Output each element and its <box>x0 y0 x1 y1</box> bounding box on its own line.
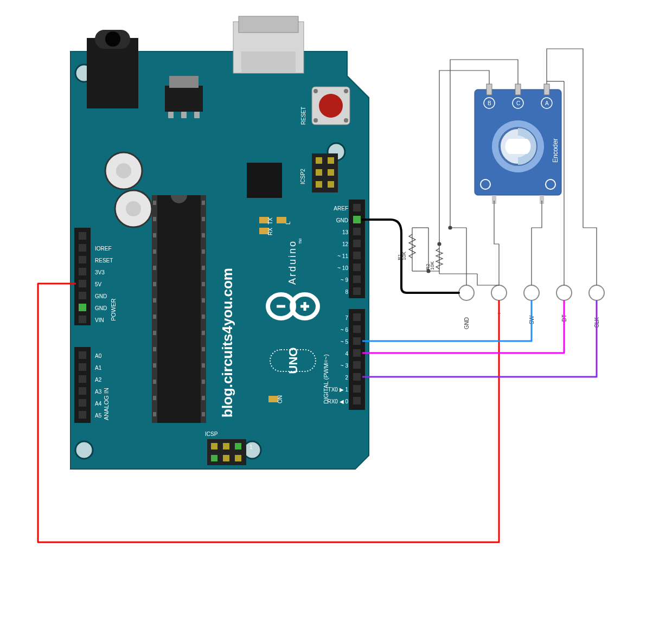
svg-rect-42 <box>202 298 205 303</box>
pad-gnd: GND <box>464 317 470 329</box>
svg-rect-29 <box>153 314 156 319</box>
digital-header-upper <box>349 200 365 298</box>
pin-d13[interactable] <box>353 228 361 235</box>
svg-rect-37 <box>202 217 205 221</box>
svg-point-16 <box>116 163 131 178</box>
pin-a5[interactable] <box>79 411 86 419</box>
svg-point-104 <box>556 285 572 300</box>
pin-d4[interactable] <box>353 349 361 357</box>
svg-rect-33 <box>153 380 156 384</box>
icsp-header <box>207 439 246 465</box>
label-a5: A5 <box>95 413 102 419</box>
reset-button[interactable] <box>312 87 350 125</box>
svg-rect-13 <box>181 112 187 118</box>
pin-gnd2[interactable] <box>79 304 86 311</box>
svg-rect-28 <box>153 298 156 303</box>
pin-d3[interactable] <box>353 361 361 369</box>
pin-3v3[interactable] <box>79 268 86 275</box>
label-d7: 7 <box>345 315 348 321</box>
analog-section-label: ANALOG IN <box>103 388 110 420</box>
svg-rect-6 <box>241 52 296 73</box>
encoder-title: Encoder <box>552 138 559 163</box>
pin-d10[interactable] <box>353 264 361 271</box>
svg-rect-91 <box>515 84 521 95</box>
svg-rect-26 <box>153 266 156 270</box>
pin-power-blank[interactable] <box>79 232 86 240</box>
label-d1: TX0 ▶ 1 <box>328 387 349 393</box>
label-d10: ~ 10 <box>337 265 348 271</box>
svg-rect-24 <box>153 233 156 237</box>
wire-dt <box>362 300 564 353</box>
svg-rect-44 <box>202 331 205 335</box>
pin-d1[interactable] <box>353 385 361 393</box>
label-d12: 12 <box>342 241 349 247</box>
svg-rect-41 <box>202 282 205 286</box>
svg-rect-39 <box>202 249 205 254</box>
svg-rect-78 <box>211 455 217 461</box>
svg-rect-34 <box>153 396 156 400</box>
label-aref: AREF <box>334 205 348 211</box>
arduino-name: Arduino <box>287 240 298 285</box>
svg-rect-27 <box>153 282 156 286</box>
pin-a3[interactable] <box>79 387 86 395</box>
svg-point-103 <box>524 285 539 300</box>
label-d8: 8 <box>345 289 348 295</box>
svg-rect-36 <box>202 201 205 205</box>
svg-rect-59 <box>328 157 334 164</box>
watermark-text: blog.circuits4you.com <box>219 268 235 418</box>
tm-label: TM <box>298 239 302 244</box>
label-a2: A2 <box>95 377 102 383</box>
svg-point-56 <box>344 118 348 123</box>
pin-d0[interactable] <box>353 397 361 404</box>
pin-d9[interactable] <box>353 275 361 283</box>
svg-rect-63 <box>328 181 334 188</box>
label-gnd2: GND <box>95 305 107 311</box>
pin-reset[interactable] <box>79 256 86 264</box>
pin-gnd1[interactable] <box>79 292 86 299</box>
svg-rect-76 <box>223 443 229 449</box>
svg-rect-32 <box>153 363 156 368</box>
resistor-r2: 10K R2 <box>425 244 477 274</box>
svg-rect-49 <box>202 412 205 416</box>
pin-d5[interactable] <box>353 337 361 345</box>
label-gnd1: GND <box>95 293 107 299</box>
pin-ioref[interactable] <box>79 244 86 252</box>
pin-a1[interactable] <box>79 363 86 371</box>
svg-rect-83 <box>349 200 365 298</box>
svg-rect-25 <box>153 249 156 254</box>
label-ioref: IOREF <box>95 246 112 252</box>
svg-point-105 <box>589 285 604 300</box>
on-label: ON <box>277 395 283 403</box>
pin-d8[interactable] <box>353 287 361 295</box>
reset-label: RESET <box>300 107 306 125</box>
pin-d2[interactable] <box>353 373 361 381</box>
svg-rect-10 <box>165 86 203 112</box>
svg-rect-79 <box>223 455 229 461</box>
svg-rect-47 <box>202 380 205 384</box>
pin-vin[interactable] <box>79 316 86 323</box>
pin-5v[interactable] <box>79 280 86 287</box>
label-d9: ~ 9 <box>341 277 349 283</box>
label-d2: 2 <box>345 375 348 381</box>
pin-aref[interactable] <box>353 204 361 211</box>
digital-section-label: DIGITAL (PWM=~) <box>323 354 329 404</box>
svg-rect-19 <box>157 195 201 423</box>
pin-d12[interactable] <box>353 240 361 247</box>
svg-rect-35 <box>153 412 156 416</box>
wire-sw <box>362 300 532 341</box>
pin-a4[interactable] <box>79 399 86 407</box>
svg-rect-77 <box>235 443 241 449</box>
svg-rect-11 <box>169 76 199 88</box>
svg-rect-45 <box>202 347 205 351</box>
svg-rect-50 <box>247 163 282 198</box>
pin-d11[interactable] <box>353 252 361 259</box>
pin-gnd-d[interactable] <box>353 216 361 223</box>
pin-d7[interactable] <box>353 313 361 321</box>
svg-point-98 <box>449 226 452 229</box>
pin-a0[interactable] <box>79 351 86 359</box>
svg-rect-22 <box>153 201 156 205</box>
pin-a2[interactable] <box>79 375 86 383</box>
pin-d6[interactable] <box>353 325 361 333</box>
encoder-module: Encoder B C A <box>475 84 561 204</box>
svg-rect-21 <box>201 195 206 423</box>
